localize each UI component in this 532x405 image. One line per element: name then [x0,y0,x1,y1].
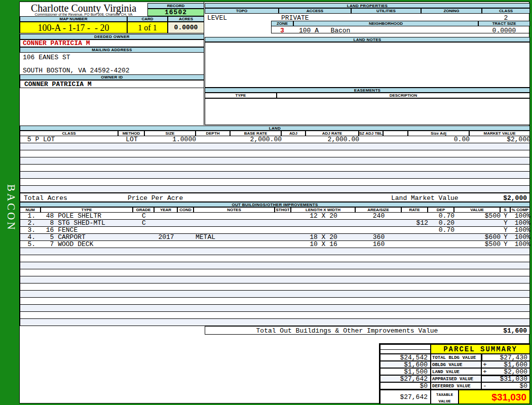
ps-value-cell: $27,430 [481,354,530,361]
easements-header: EASEMENTS [205,88,530,93]
zone-label: ZONE [271,21,293,26]
out-num: 1. [20,213,35,220]
land-adj-rate-value: 2,000.00 [306,136,363,143]
land-col-depth: DEPTH [196,131,230,136]
land-empty-rows [20,143,530,193]
card-value: 1 of 1 [127,22,168,33]
land-col-adj: ADJ [281,131,306,136]
ps-left-value: $27,642 [380,375,431,382]
easement-type-label: TYPE [205,93,277,98]
out-num: 2. [20,220,35,227]
out-value: $500 [454,213,503,220]
ps-header-split-line [381,349,430,350]
out-num: 4. [20,234,35,241]
out-comp: 100% [511,241,532,248]
out-lxw: 12 X 20 [291,213,356,220]
out-num: 3. [20,227,35,234]
out-value: $500 [454,241,503,248]
class-label: CLASS [482,8,530,14]
address-line2: SOUTH BOSTON, VA 24592-4202 [23,67,130,74]
land-col-blank [383,131,408,136]
out-s: Y [501,220,511,227]
out-area: 360 [356,234,402,241]
out-type: 48 POLE SHELTR [42,213,101,220]
out-row: 2. 8 STG SHED-MTL C $12 0.20 Y 100% [20,220,530,227]
ps-left-value: $0 [380,382,431,389]
out-dep: 0.70 [428,213,458,220]
land-size-value: 1.0000 [145,136,198,143]
out-type: 8 STG SHED-MTL [42,220,105,227]
county-title: Charlotte County Virginia [20,3,147,13]
out-total-value: $1,600 [503,327,527,335]
land-totals-row: Total Acres Price Per Acre Land Market V… [20,193,530,202]
owner-id-header: OWNER ID [20,74,204,80]
ps-value: $31,030 [500,376,527,382]
topo-value: LEVEL [207,14,227,22]
utilities-label: UTILITIES [351,8,421,14]
out-row: 3. 16 FENCE 0.70 Y 100% [20,227,530,234]
address-line1: 106 EANES ST [23,54,70,61]
zone-value: 3 [271,27,293,34]
ps-left-value: $1,500 [380,368,431,375]
out-row: 5. 7 WOOD DECK 10 X 16 160 $500 Y 100% [20,241,530,248]
out-type: 5 CARPORT [42,234,86,241]
easement-description-label: DESCRIPTION [277,93,530,98]
out-col-year: YEAR [154,207,177,213]
ps-value-cell: + $2,000 [481,368,530,375]
out-comp: 100% [511,234,532,241]
deeded-owner-value: CONNER PATRICIA M [20,39,204,47]
ps-label: TOTAL BLDG VALUE [431,354,481,361]
land-class-value: 5 P LOT [23,136,55,143]
land-method-value: LOT [119,136,145,143]
ps-op: - [483,383,487,389]
ps-value-cell: + $1,600 [481,361,530,368]
ps-label: DEFERRED VALUE [431,382,481,389]
record-value: 16502 [147,9,204,16]
out-s: Y [501,227,511,234]
ps-taxable-value: $31,030 [459,389,530,404]
ps-left-value: $1,600 [380,361,431,368]
out-grade: C [133,220,155,227]
land-notes-header: LAND NOTES [205,37,530,42]
out-comp: 100% [511,220,532,227]
out-area: 160 [356,241,402,248]
out-col-cond: COND [177,207,194,213]
neighborhood-value: 100 A Bacon [299,27,350,34]
access-label: ACCESS [279,8,351,14]
ps-left-value: $27,642 [380,389,431,404]
ps-value: $1,600 [504,361,527,368]
land-col-sz-adj-tbl: SZ ADJ TBL [359,131,383,136]
price-per-acre-label: Price Per Acre [128,194,183,202]
land-market-value-total: $2,000 [503,194,527,202]
card-label: CARD [127,16,168,22]
topo-label: TOPO [205,8,279,14]
ps-op: + [483,369,487,375]
ps-left-value: $24,542 [380,354,431,361]
easements-box [205,98,530,125]
ps-taxable-label: TAXABLEVALUE [431,389,459,404]
land-base-rate-value: 2,000.00 [231,136,285,143]
property-record-card: Charlotte County Virginia Commissioner o… [19,2,529,403]
ps-value: $0 [519,383,527,389]
out-value: $600 [454,234,503,241]
out-s: Y [501,241,511,248]
land-row: 5 P LOT LOT 1.0000 2,000.00 2,000.00 0.0… [20,136,530,143]
ps-label: LAND VALUE [431,368,481,375]
out-type: 16 FENCE [42,227,78,234]
mailing-address-block: 106 EANES ST SOUTH BOSTON, VA 24592-4202 [20,53,204,74]
out-comp: 100% [511,227,532,234]
land-notes-box [205,42,530,88]
land-section-header: LAND [20,126,530,131]
tract-size-label: TRACT SIZE [478,21,530,26]
owner-id-value: CONNER PATRICIA M [20,80,204,88]
ps-value-cell: - $0 [481,382,530,389]
total-acres-label: Total Acres [24,194,67,202]
out-dep: 0.70 [428,227,458,234]
out-notes: METAL [196,234,215,241]
ps-value: $2,000 [504,369,527,375]
out-total-row: Total Out Buildings & Other Improvements… [205,326,530,335]
record-label: RECORD [147,3,204,9]
ps-value-cell: $31,030 [481,375,530,382]
acres-label: ACRES [168,16,204,22]
ps-label: APPRAISED VALUE [431,375,481,382]
